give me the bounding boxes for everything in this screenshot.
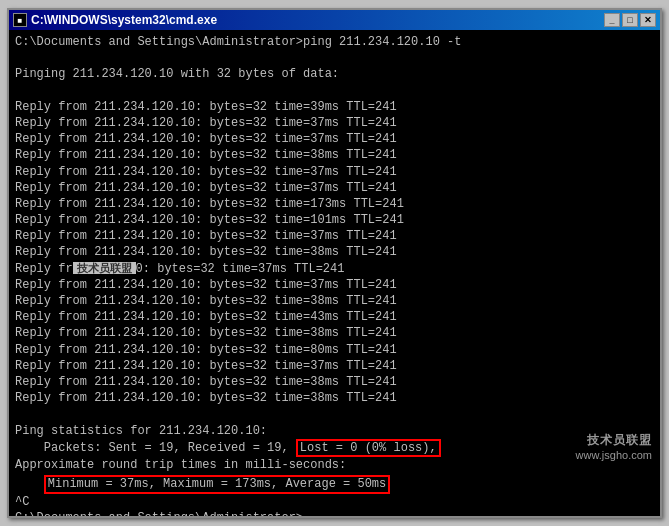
reply-18: Reply from 211.234.120.10: bytes=32 time… xyxy=(15,390,654,406)
reply-9: Reply from 211.234.120.10: bytes=32 time… xyxy=(15,244,654,260)
stats-header: Ping statistics for 211.234.120.10: xyxy=(15,423,654,439)
reply-13: Reply from 211.234.120.10: bytes=32 time… xyxy=(15,309,654,325)
cmd-icon: ■ xyxy=(13,13,27,27)
reply-10-watermark: Reply fr技术员联盟0: bytes=32 time=37ms TTL=2… xyxy=(15,261,654,277)
reply-7: Reply from 211.234.120.10: bytes=32 time… xyxy=(15,212,654,228)
ctrl-c: ^C xyxy=(15,494,654,510)
reply-1: Reply from 211.234.120.10: bytes=32 time… xyxy=(15,115,654,131)
prompt-top: C:\Documents and Settings\Administrator>… xyxy=(15,34,654,50)
pinging-line: Pinging 211.234.120.10 with 32 bytes of … xyxy=(15,66,654,82)
approx-line: Approximate round trip times in milli-se… xyxy=(15,457,654,473)
prompt-bottom: C:\Documents and Settings\Administrator> xyxy=(15,510,654,516)
reply-2: Reply from 211.234.120.10: bytes=32 time… xyxy=(15,131,654,147)
reply-3: Reply from 211.234.120.10: bytes=32 time… xyxy=(15,147,654,163)
reply-4: Reply from 211.234.120.10: bytes=32 time… xyxy=(15,164,654,180)
reply-14: Reply from 211.234.120.10: bytes=32 time… xyxy=(15,325,654,341)
title-bar-left: ■ C:\WINDOWS\system32\cmd.exe xyxy=(13,13,217,27)
minimize-button[interactable]: _ xyxy=(604,13,620,27)
min-line: Minimum = 37ms, Maximum = 173ms, Average… xyxy=(15,473,654,493)
reply-15: Reply from 211.234.120.10: bytes=32 time… xyxy=(15,342,654,358)
reply-0: Reply from 211.234.120.10: bytes=32 time… xyxy=(15,99,654,115)
reply-12: Reply from 211.234.120.10: bytes=32 time… xyxy=(15,293,654,309)
blank1 xyxy=(15,50,654,66)
close-button[interactable]: ✕ xyxy=(640,13,656,27)
maximize-button[interactable]: □ xyxy=(622,13,638,27)
reply-16: Reply from 211.234.120.10: bytes=32 time… xyxy=(15,358,654,374)
title-controls[interactable]: _ □ ✕ xyxy=(604,13,656,27)
stats-packets: Packets: Sent = 19, Received = 19, Lost … xyxy=(15,439,654,457)
window-title: C:\WINDOWS\system32\cmd.exe xyxy=(31,13,217,27)
reply-17: Reply from 211.234.120.10: bytes=32 time… xyxy=(15,374,654,390)
minmax-highlight: Minimum = 37ms, Maximum = 173ms, Average… xyxy=(44,475,390,493)
blank3 xyxy=(15,406,654,422)
reply-11: Reply from 211.234.120.10: bytes=32 time… xyxy=(15,277,654,293)
lost-highlight: Lost = 0 (0% loss), xyxy=(296,439,441,457)
reply-8: Reply from 211.234.120.10: bytes=32 time… xyxy=(15,228,654,244)
reply-5: Reply from 211.234.120.10: bytes=32 time… xyxy=(15,180,654,196)
reply-6: Reply from 211.234.120.10: bytes=32 time… xyxy=(15,196,654,212)
terminal-body: C:\Documents and Settings\Administrator>… xyxy=(9,30,660,516)
blank2 xyxy=(15,83,654,99)
title-bar: ■ C:\WINDOWS\system32\cmd.exe _ □ ✕ xyxy=(9,10,660,30)
cmd-window: ■ C:\WINDOWS\system32\cmd.exe _ □ ✕ C:\D… xyxy=(7,8,662,518)
